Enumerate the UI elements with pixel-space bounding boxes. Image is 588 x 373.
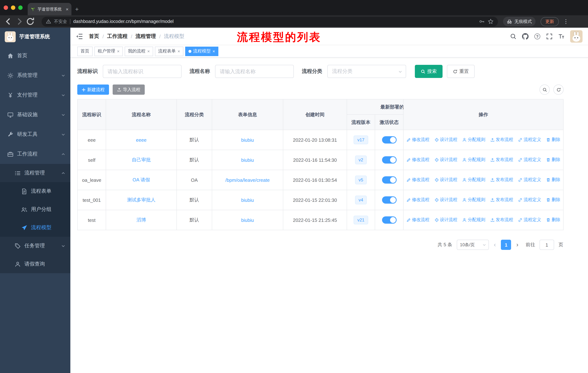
delete-link[interactable]: 删除 xyxy=(546,217,560,223)
zoom-window-button[interactable] xyxy=(18,5,23,10)
address-bar[interactable]: 不安全 dashboard.yudao.iocoder.cn/bpm/manag… xyxy=(42,17,498,26)
process-definition-link[interactable]: 流程定义 xyxy=(518,177,541,183)
search-icon[interactable] xyxy=(510,33,516,40)
process-category-select[interactable]: 流程分类 xyxy=(327,65,406,78)
delete-link[interactable]: 删除 xyxy=(546,177,560,183)
tag-home[interactable]: 首页 xyxy=(77,46,93,56)
page-number-1[interactable]: 1 xyxy=(501,240,511,250)
sidebar-fold-icon[interactable] xyxy=(76,33,83,40)
design-process-link[interactable]: 设计流程 xyxy=(434,197,457,203)
github-icon[interactable] xyxy=(522,33,529,40)
process-name-link[interactable]: eeee xyxy=(136,137,147,143)
search-button[interactable]: 搜索 xyxy=(415,65,442,78)
close-icon[interactable]: × xyxy=(212,49,215,54)
breadcrumb-home[interactable]: 首页 xyxy=(89,33,99,40)
publish-process-link[interactable]: 发布流程 xyxy=(490,157,513,163)
import-process-button[interactable]: 导入流程 xyxy=(113,84,145,95)
security-label[interactable]: 不安全 xyxy=(54,18,67,25)
next-page-button[interactable]: › xyxy=(516,241,519,248)
process-name-input[interactable] xyxy=(215,65,294,78)
key-icon[interactable] xyxy=(479,19,485,24)
delete-link[interactable]: 删除 xyxy=(546,137,560,143)
modify-process-link[interactable]: 修改流程 xyxy=(407,137,430,143)
process-definition-link[interactable]: 流程定义 xyxy=(518,157,541,163)
forward-icon[interactable] xyxy=(15,17,24,26)
delete-link[interactable]: 删除 xyxy=(546,197,560,203)
fullscreen-icon[interactable] xyxy=(546,33,553,40)
tag-my-process[interactable]: 我的流程 × xyxy=(125,46,153,56)
activation-toggle[interactable] xyxy=(382,196,396,204)
goto-page-input[interactable] xyxy=(539,240,554,250)
form-info-link[interactable]: biubiu xyxy=(241,157,254,163)
url-text[interactable]: dashboard.yudao.iocoder.cn/bpm/manager/m… xyxy=(73,19,476,24)
close-icon[interactable]: × xyxy=(147,49,150,54)
form-info-link[interactable]: /bpm/oa/leave/create xyxy=(225,177,270,183)
reset-button[interactable]: 重置 xyxy=(447,65,475,78)
refresh-table-button[interactable] xyxy=(553,84,564,95)
publish-process-link[interactable]: 发布流程 xyxy=(490,197,513,203)
tag-process-model[interactable]: 流程模型 × xyxy=(185,46,218,56)
minimize-window-button[interactable] xyxy=(11,5,15,10)
breadcrumb-workflow[interactable]: 工作流程 xyxy=(107,33,128,40)
sidebar-item-process-mgmt[interactable]: 流程管理 xyxy=(0,164,70,182)
create-process-button[interactable]: 新建流程 xyxy=(77,84,109,95)
form-info-link[interactable]: biubiu xyxy=(241,137,254,143)
close-icon[interactable]: × xyxy=(178,49,180,54)
breadcrumb-process-mgmt[interactable]: 流程管理 xyxy=(136,33,156,40)
tag-tenant-mgmt[interactable]: 租户管理 × xyxy=(94,46,123,56)
activation-toggle[interactable] xyxy=(382,216,396,224)
process-name-link[interactable]: OA 请假 xyxy=(133,177,150,182)
activation-toggle[interactable] xyxy=(382,176,396,184)
update-button[interactable]: 更新 xyxy=(541,17,559,26)
toggle-search-button[interactable] xyxy=(539,84,550,95)
design-process-link[interactable]: 设计流程 xyxy=(434,137,457,143)
publish-process-link[interactable]: 发布流程 xyxy=(490,177,513,183)
sidebar-item-process-form[interactable]: 流程表单 xyxy=(0,182,70,200)
avatar[interactable] xyxy=(570,30,583,43)
assign-rule-link[interactable]: 分配规则 xyxy=(462,217,485,223)
bookmark-star-icon[interactable] xyxy=(488,19,494,24)
process-id-input[interactable] xyxy=(103,65,181,78)
close-window-button[interactable] xyxy=(4,5,8,10)
tab-close-icon[interactable]: × xyxy=(66,6,69,12)
sidebar-item-devtools[interactable]: 研发工具 xyxy=(0,125,70,144)
design-process-link[interactable]: 设计流程 xyxy=(434,217,457,223)
sidebar-item-process-model[interactable]: 流程模型 xyxy=(0,219,70,237)
font-size-icon[interactable] xyxy=(558,33,565,40)
delete-link[interactable]: 删除 xyxy=(546,157,560,163)
modify-process-link[interactable]: 修改流程 xyxy=(407,177,430,183)
modify-process-link[interactable]: 修改流程 xyxy=(407,197,430,203)
modify-process-link[interactable]: 修改流程 xyxy=(407,157,430,163)
prev-page-button[interactable]: ‹ xyxy=(493,241,496,248)
publish-process-link[interactable]: 发布流程 xyxy=(490,217,513,223)
activation-toggle[interactable] xyxy=(382,156,396,163)
sidebar-item-system[interactable]: 系统管理 xyxy=(0,66,70,85)
new-tab-button[interactable]: + xyxy=(75,6,79,13)
form-info-link[interactable]: biubiu xyxy=(241,197,254,203)
sidebar-item-infra[interactable]: 基础设施 xyxy=(0,105,70,125)
sidebar-item-payment[interactable]: 支付管理 xyxy=(0,85,70,105)
sidebar-item-home[interactable]: 首页 xyxy=(0,46,70,66)
sidebar-item-workflow[interactable]: 工作流程 xyxy=(0,144,70,164)
process-definition-link[interactable]: 流程定义 xyxy=(518,197,541,203)
assign-rule-link[interactable]: 分配规则 xyxy=(462,157,485,163)
design-process-link[interactable]: 设计流程 xyxy=(434,157,457,163)
process-name-link[interactable]: 滔博 xyxy=(136,217,146,222)
assign-rule-link[interactable]: 分配规则 xyxy=(462,177,485,183)
reload-icon[interactable] xyxy=(26,17,35,26)
process-name-link[interactable]: 测试多审批人 xyxy=(127,197,156,202)
process-definition-link[interactable]: 流程定义 xyxy=(518,217,541,223)
close-icon[interactable]: × xyxy=(117,49,120,54)
assign-rule-link[interactable]: 分配规则 xyxy=(462,137,485,143)
app-logo[interactable]: 芋道管理系统 xyxy=(0,28,70,46)
publish-process-link[interactable]: 发布流程 xyxy=(490,137,513,143)
activation-toggle[interactable] xyxy=(382,136,396,143)
process-definition-link[interactable]: 流程定义 xyxy=(518,137,541,143)
process-name-link[interactable]: 自己审批 xyxy=(132,157,151,162)
sidebar-item-leave-query[interactable]: 请假查询 xyxy=(0,255,70,273)
form-info-link[interactable]: biubiu xyxy=(241,217,254,223)
help-icon[interactable]: ? xyxy=(534,33,541,40)
sidebar-item-task-mgmt[interactable]: 任务管理 xyxy=(0,237,70,255)
browser-menu-icon[interactable]: ⋮ xyxy=(563,18,569,25)
assign-rule-link[interactable]: 分配规则 xyxy=(462,197,485,203)
